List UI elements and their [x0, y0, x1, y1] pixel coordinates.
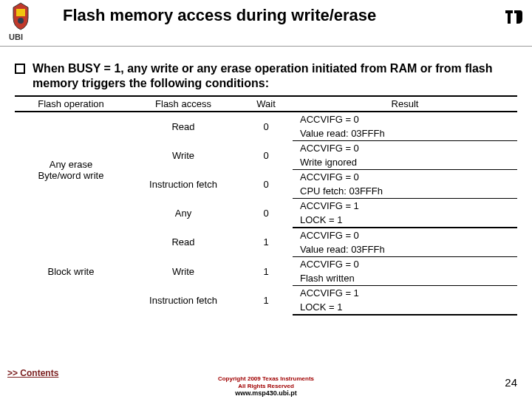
cell-access: Any: [127, 199, 239, 228]
cell-access: Read: [127, 228, 239, 257]
svg-rect-0: [16, 9, 25, 16]
cell-access: Write: [127, 141, 239, 170]
th-result: Result: [293, 96, 517, 112]
cell-wait: 0: [239, 199, 293, 228]
cell-result: LOCK = 1: [293, 213, 517, 228]
cell-result: ACCVIFG = 1: [293, 286, 517, 301]
cell-result: LOCK = 1: [293, 300, 517, 315]
table-header-row: Flash operation Flash access Wait Result: [15, 96, 517, 112]
cell-result: CPU fetch: 03FFFh: [293, 184, 517, 199]
th-operation: Flash operation: [15, 96, 127, 112]
ubi-label: UBI: [9, 33, 23, 41]
slide-title: Flash memory access during write/erase: [63, 6, 376, 25]
cell-result: ACCVIFG = 1: [293, 199, 517, 214]
bullet-square-icon: [15, 64, 25, 74]
ubi-crest-icon: [6, 1, 35, 31]
svg-point-1: [18, 18, 24, 24]
rights-text: All Rights Reserved: [0, 383, 532, 390]
page-number: 24: [505, 376, 517, 389]
cell-wait: 0: [239, 112, 293, 141]
cell-wait: 1: [239, 286, 293, 316]
cell-result: ACCVIFG = 0: [293, 170, 517, 185]
cell-result: ACCVIFG = 0: [293, 141, 517, 156]
cell-op1: Any erase Byte/word write: [15, 112, 127, 228]
cell-wait: 0: [239, 141, 293, 170]
slide-header: Flash memory access during write/erase U…: [0, 0, 532, 47]
copyright-text: Copyright 2009 Texas Instruments: [0, 375, 532, 383]
cell-result: Value read: 03FFFh: [293, 126, 517, 141]
cell-access: Instruction fetch: [127, 286, 239, 316]
table-row: Any erase Byte/word write Read 0 ACCVIFG…: [15, 112, 517, 126]
cell-access: Read: [127, 112, 239, 141]
cell-result: Flash written: [293, 271, 517, 286]
cell-wait: 1: [239, 257, 293, 286]
cell-result: Write ignored: [293, 155, 517, 170]
cell-access: Instruction fetch: [127, 170, 239, 199]
footer-url: www.msp430.ubi.pt: [0, 389, 532, 398]
table-row: Block write Read 1 ACCVIFG = 0: [15, 228, 517, 242]
bullet-text: When BUSY = 1, any write or any erase op…: [33, 61, 517, 91]
cell-wait: 1: [239, 228, 293, 257]
bullet-item: When BUSY = 1, any write or any erase op…: [15, 61, 517, 91]
cell-op2: Block write: [15, 228, 127, 315]
cell-wait: 0: [239, 170, 293, 199]
footer: Copyright 2009 Texas Instruments All Rig…: [0, 375, 532, 398]
th-wait: Wait: [239, 96, 293, 112]
cell-result: ACCVIFG = 0: [293, 257, 517, 272]
th-access: Flash access: [127, 96, 239, 112]
cell-access: Write: [127, 257, 239, 286]
cell-result: Value read: 03FFFh: [293, 242, 517, 257]
cell-result: ACCVIFG = 0: [293, 228, 517, 242]
slide-content: When BUSY = 1, any write or any erase op…: [0, 47, 532, 316]
ti-logo-icon: [502, 6, 525, 28]
flash-table: Flash operation Flash access Wait Result…: [15, 95, 517, 316]
cell-result: ACCVIFG = 0: [293, 112, 517, 126]
